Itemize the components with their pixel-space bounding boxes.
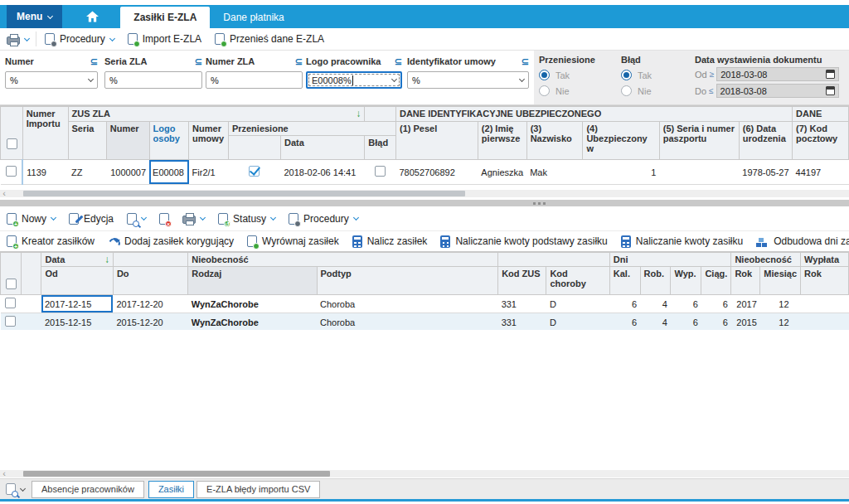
bottom-grid-hscrollbar[interactable]: ‹ [0,470,849,477]
cell-podtyp[interactable]: Choroba [317,313,498,331]
col-nazwisko[interactable]: (3) Nazwisko [526,122,583,160]
cell-ciag[interactable]: 6 [701,295,731,313]
logo-pracownika-filter-select[interactable]: E00008% [306,71,402,89]
col-od[interactable]: Od [41,267,113,295]
col-pesel[interactable]: (1) Pesel [395,122,478,160]
numer-filter-select[interactable]: % [5,71,98,89]
przenies-dane-button[interactable]: Przenieś dane E-ZLA [215,33,324,45]
radio-option-nie[interactable]: Nie [539,85,612,96]
cell-rok[interactable]: 2015 [731,313,760,331]
group-zus-zla[interactable]: ZUS ZLA ↓ [68,107,365,122]
subset-filter-icon[interactable]: ⊆ [395,56,402,67]
print-button[interactable] [7,34,29,45]
cell-imie[interactable]: Agnieszka [478,160,526,185]
subset-filter-icon[interactable]: ⊆ [522,56,529,67]
col-miesiac[interactable]: Miesiąc [760,267,801,295]
cell-rob[interactable]: 4 [640,295,671,313]
cell-pesel[interactable]: 78052706892 [395,160,478,185]
subset-filter-icon[interactable]: ⊆ [195,56,202,67]
cell-kod-zus[interactable]: 331 [498,313,546,331]
calendar-icon[interactable] [826,70,835,79]
cell-wyplata-rok[interactable] [801,295,849,313]
radio-option-tak[interactable]: Tak [539,70,612,80]
seria-zla-filter-input[interactable]: % [104,71,202,89]
col-rodzaj[interactable]: Rodzaj [188,267,317,295]
col-przeniesione-flag[interactable] [228,136,280,160]
col-blad[interactable]: Błąd [365,136,396,160]
scroll-left-icon[interactable]: ‹ [0,470,8,477]
print-button2[interactable] [182,213,205,224]
subset-filter-icon[interactable]: ⊆ [295,56,303,67]
cell-rodzaj[interactable]: WynZaChorobe [188,295,317,313]
col-seria-paszportu[interactable]: (5) Seria i numer paszportu [659,122,739,160]
cell-numer-umowy[interactable]: Fir2/1 [189,160,229,185]
cell-wyp[interactable]: 6 [671,313,701,331]
col-kal[interactable]: Kal. [609,267,640,295]
radio-option-tak[interactable]: Tak [621,70,687,80]
col-ubezpieczony-w[interactable]: (4) Ubezpieczony w [583,122,659,160]
bottom-tab-ezla-bledy[interactable]: E-ZLA błędy importu CSV [196,481,320,498]
tab-dane-platnika[interactable]: Dane płatnika [210,7,297,28]
col-logo-osoby[interactable]: Logo osoby [149,122,189,160]
row-checkbox[interactable] [5,298,16,308]
col-kod-zus[interactable]: Kod ZUS [498,267,546,295]
row-checkbox[interactable] [6,166,17,177]
cell-rok[interactable]: 2017 [731,295,760,313]
cell-logo-osoby-selected[interactable]: E00008 [149,160,189,185]
group-przeniesione[interactable]: Przeniesione [228,122,395,136]
quick-view-button[interactable] [6,483,25,495]
col-numer-umowy[interactable]: Numer umowy [189,122,229,160]
pane-splitter[interactable] [0,200,849,206]
col-numer[interactable]: Numer [106,122,149,160]
home-button[interactable] [75,5,109,28]
table-row[interactable]: 1139 ZZ 1000007 E00008 Fir2/1 2018-02-06… [1,160,849,185]
nowy-button[interactable]: + Nowy [7,213,56,225]
calendar-icon[interactable] [826,86,835,95]
col-seria[interactable]: Seria [68,122,106,160]
col-kod-pocztowy[interactable]: (7) Kod pocztowy [793,122,849,160]
cell-od[interactable]: 2015-12-15 [41,313,113,331]
wyrownaj-zasilek-button[interactable]: Wyrównaj zasiłek [247,235,339,247]
statusy-button[interactable]: ↺ Statusy [218,213,275,225]
cell-rodzaj[interactable]: WynZaChorobe [188,313,317,331]
col-do[interactable]: Do [113,267,187,295]
cell-wyp[interactable]: 6 [671,295,701,313]
import-ezla-button[interactable]: Import E-ZLA [128,33,201,45]
bottom-tab-absencje[interactable]: Absencje pracowników [32,481,144,498]
radio-option-nie[interactable]: Nie [621,85,687,96]
kreator-zasilkow-button[interactable]: + Kreator zasiłków [7,235,95,247]
top-grid-hscrollbar[interactable]: ‹ [0,190,849,197]
cell-ubezpieczony-w[interactable]: 1 [583,160,659,185]
cell-paszport[interactable] [659,160,739,185]
blad-checkbox[interactable] [375,166,386,177]
cell-kod-pocztowy[interactable]: 44197 [793,160,849,185]
naliczanie-kwoty-button[interactable]: Naliczanie kwoty zasiłku [621,235,743,248]
subset-filter-icon[interactable]: ⊆ [90,56,98,67]
cell-numer-importu[interactable]: 1139 [22,160,68,185]
cell-rob[interactable]: 4 [640,313,671,331]
delete-button[interactable]: × [159,213,169,225]
col-przeniesione-data[interactable]: Data [280,136,364,160]
numer-zla-filter-input[interactable]: % [206,71,303,89]
cell-kal[interactable]: 6 [609,295,640,313]
col-wyplata-rok[interactable]: Rok [801,267,849,295]
cell-miesiac[interactable]: 12 [760,313,801,331]
cell-od-selected[interactable]: 2017-12-15 [41,295,113,313]
col-rok[interactable]: Rok [731,267,760,295]
cell-kod-choroby[interactable]: D [546,313,609,331]
tab-zasilki-ezla[interactable]: Zasiłki E-ZLA [120,7,210,28]
odbudowa-dni-button[interactable]: Odbudowa dni zasiłku [756,235,849,247]
row-checkbox[interactable] [5,316,16,327]
edycja-button[interactable]: Edycja [69,213,114,225]
procedury-button[interactable]: Procedury [45,33,114,45]
cell-wyplata-rok[interactable] [801,313,849,331]
cell-kod-zus[interactable]: 331 [498,295,546,313]
scroll-left-icon[interactable]: ‹ [0,190,8,197]
bottom-tab-zasilki[interactable]: Zasiłki [148,481,194,498]
col-numer-importu[interactable]: Numer Importu [22,107,68,160]
procedury-button2[interactable]: Procedury [289,213,358,225]
select-all-checkbox[interactable] [7,138,17,149]
col-podtyp[interactable]: Podtyp [317,267,498,295]
cell-podtyp[interactable]: Choroba [317,295,498,313]
scrollbar-thumb[interactable] [23,191,465,196]
